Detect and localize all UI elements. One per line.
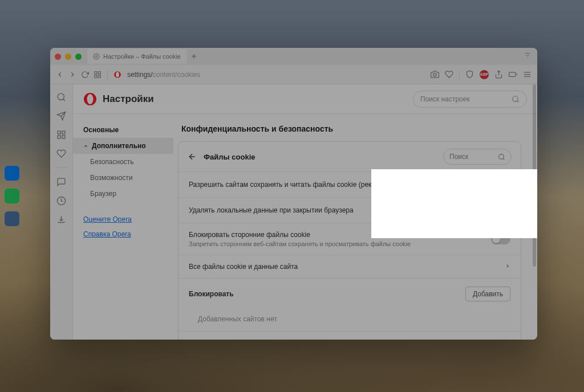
nav-rate-opera[interactable]: Оцените Opera [73, 212, 173, 227]
dock-messenger-icon[interactable] [5, 166, 19, 181]
browser-window: Настройки – Файлы cookie + settings/cont… [50, 48, 537, 340]
svg-rect-22 [62, 131, 65, 134]
toggle-delete-on-close[interactable] [491, 205, 510, 215]
svg-rect-6 [95, 75, 97, 77]
close-window-button[interactable] [55, 54, 61, 60]
svg-rect-7 [98, 75, 100, 77]
scrollbar[interactable] [533, 84, 536, 267]
nav-help-opera[interactable]: Справка Opera [73, 227, 173, 242]
chevron-right-icon [505, 263, 510, 269]
new-tab-button[interactable]: + [186, 51, 201, 62]
svg-rect-12 [509, 72, 516, 77]
panel-search-input[interactable]: Поиск [443, 149, 512, 165]
search-icon [498, 153, 505, 161]
snapshot-icon[interactable] [431, 70, 439, 79]
svg-line-33 [503, 158, 504, 160]
send-icon[interactable] [56, 111, 66, 121]
clear-on-exit-section: Очистить при выходе Добавить [179, 331, 521, 340]
svg-point-9 [116, 72, 119, 77]
tabs-menu-icon[interactable] [524, 51, 532, 59]
svg-point-28 [87, 94, 94, 104]
svg-rect-21 [58, 131, 60, 134]
heart-icon[interactable] [445, 70, 453, 79]
back-icon[interactable] [56, 71, 64, 79]
row-all-cookies[interactable]: Все файлы cookie и данные сайта [179, 255, 521, 278]
toggle-block-third-party[interactable] [491, 234, 510, 244]
svg-line-18 [63, 99, 65, 101]
row-block-third-party: Блокировать сторонние файлы cookie Запре… [179, 223, 521, 255]
svg-rect-24 [62, 136, 65, 138]
nav-security[interactable]: Безопасность [73, 154, 173, 170]
battery-icon[interactable] [509, 70, 517, 79]
svg-rect-5 [98, 71, 100, 74]
minimize-window-button[interactable] [65, 54, 71, 60]
svg-point-17 [58, 93, 64, 100]
settings-header: Настройки Поиск настроек [73, 84, 537, 114]
tab-title: Настройки – Файлы cookie [103, 53, 181, 60]
dock-whatsapp-icon[interactable] [5, 189, 19, 203]
block-section: Блокировать Добавить [179, 278, 521, 309]
svg-line-30 [517, 100, 519, 102]
url-bar[interactable]: settings/content/cookies [127, 71, 200, 79]
page-title: Настройки [103, 93, 154, 105]
toggle-allow-cookies[interactable] [491, 179, 510, 190]
sidebar-icon-column [50, 84, 73, 340]
share-icon[interactable] [494, 70, 503, 79]
menu-icon[interactable] [523, 70, 532, 79]
toolbar: settings/content/cookies ABP [50, 65, 537, 84]
panel-title: Файлы cookie [204, 153, 255, 161]
nav-browser[interactable]: Браузер [73, 186, 173, 202]
tab-bar: Настройки – Файлы cookie + [50, 48, 537, 65]
clock-icon[interactable] [56, 196, 66, 206]
chevron-up-icon [83, 144, 88, 149]
search-icon[interactable] [56, 92, 66, 102]
browser-tab[interactable]: Настройки – Файлы cookie [87, 49, 186, 64]
dock-vk-icon[interactable] [5, 211, 19, 226]
reload-icon[interactable] [81, 71, 89, 79]
grid-icon[interactable] [56, 130, 66, 140]
add-blocked-site-button[interactable]: Добавить [465, 287, 510, 301]
svg-point-29 [513, 96, 518, 101]
opera-logo-icon [113, 71, 121, 79]
settings-search-input[interactable]: Поиск настроек [413, 91, 527, 108]
nav-advanced[interactable]: Дополнительно [73, 138, 173, 154]
section-title: Конфиденциальность и безопасность [181, 124, 521, 133]
nav-features[interactable]: Возможности [73, 170, 173, 186]
svg-point-32 [499, 154, 504, 159]
row-allow-cookies: Разрешить сайтам сохранять и читать файл… [179, 172, 521, 197]
forward-icon[interactable] [68, 71, 76, 79]
back-arrow-icon[interactable] [188, 152, 197, 161]
download-icon[interactable] [56, 215, 66, 224]
macos-dock-left [5, 166, 19, 226]
cookies-panel: Файлы cookie Поиск Разрешить сайтам сохр… [178, 141, 521, 340]
heart-sidebar-icon[interactable] [56, 149, 66, 158]
row-delete-on-close: Удалять локальные данные при закрытии бр… [179, 197, 521, 223]
adblock-icon[interactable]: ABP [480, 70, 489, 79]
settings-main: Конфиденциальность и безопасность Файлы … [173, 114, 537, 340]
shield-icon[interactable] [465, 70, 474, 79]
svg-point-0 [96, 56, 98, 58]
svg-rect-23 [58, 136, 60, 138]
gear-icon [93, 53, 100, 60]
search-icon [512, 95, 520, 103]
settings-nav: Основные Дополнительно Безопасность Возм… [73, 114, 173, 340]
opera-logo-icon [83, 92, 97, 106]
chat-icon[interactable] [56, 177, 66, 187]
svg-rect-4 [95, 71, 97, 74]
window-controls [55, 54, 82, 60]
svg-point-10 [433, 74, 436, 76]
nav-basic[interactable]: Основные [73, 122, 173, 138]
blocked-empty-text: Добавленных сайтов нет [179, 309, 521, 331]
maximize-window-button[interactable] [75, 54, 82, 60]
speed-dial-icon[interactable] [94, 71, 102, 79]
